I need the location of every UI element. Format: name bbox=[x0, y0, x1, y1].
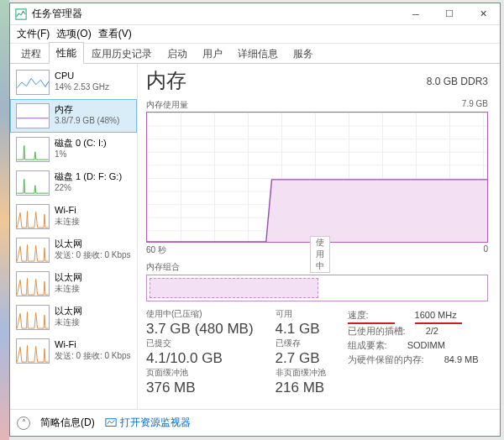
sidebar-item-title: Wi-Fi bbox=[55, 338, 131, 350]
tab-performance[interactable]: 性能 bbox=[49, 42, 84, 64]
menu-options[interactable]: 选项(O) bbox=[55, 27, 92, 41]
page-title: 内存 bbox=[146, 67, 186, 94]
sidebar-item-sub: 1% bbox=[55, 149, 107, 160]
sidebar-item-title: CPU bbox=[55, 70, 109, 81]
stat-label: 速度: bbox=[348, 308, 395, 324]
capacity-label: 8.0 GB DDR3 bbox=[427, 76, 488, 87]
axis-marker: 使用中 bbox=[310, 236, 330, 273]
sidebar-item-sub: 未连接 bbox=[55, 283, 82, 294]
stat-value: 2.7 GB bbox=[276, 350, 326, 367]
tab-users[interactable]: 用户 bbox=[195, 43, 230, 64]
sidebar-thumb-icon bbox=[16, 103, 50, 128]
svg-marker-1 bbox=[147, 180, 487, 242]
sidebar-item-sub: 22% bbox=[55, 182, 122, 193]
window-title: 任务管理器 bbox=[32, 7, 82, 21]
sidebar-item-sub: 未连接 bbox=[55, 216, 80, 227]
stats-grid: 使用中(已压缩)3.7 GB (480 MB)已提交4.1/10.0 GB页面缓… bbox=[146, 308, 488, 396]
stat-label: 已提交 bbox=[146, 338, 254, 349]
minimize-button[interactable]: ─ bbox=[399, 3, 433, 25]
stat-value: 376 MB bbox=[146, 380, 254, 396]
memory-usage-chart bbox=[146, 112, 488, 243]
stat-value: 4.1 GB bbox=[276, 321, 326, 338]
close-button[interactable]: ✕ bbox=[466, 3, 500, 25]
chevron-up-icon[interactable]: ˄ bbox=[17, 416, 30, 430]
sidebar-item-1[interactable]: 内存3.8/7.9 GB (48%) bbox=[10, 99, 137, 133]
sidebar-thumb-icon bbox=[16, 70, 50, 95]
stat-label: 已使用的插槽: bbox=[348, 324, 406, 338]
axis-right: 0 bbox=[483, 244, 488, 256]
stat-label: 为硬件保留的内存: bbox=[348, 353, 424, 367]
sidebar-item-title: 以太网 bbox=[55, 271, 82, 283]
stat-label: 非页面缓冲池 bbox=[276, 367, 326, 379]
sidebar-thumb-icon bbox=[16, 204, 50, 229]
sidebar-item-title: 以太网 bbox=[55, 238, 131, 249]
monitor-icon bbox=[105, 417, 117, 429]
open-resource-monitor-link[interactable]: 打开资源监视器 bbox=[105, 416, 191, 430]
stat-row: 组成要素:SODIMM bbox=[348, 338, 488, 353]
tab-processes[interactable]: 进程 bbox=[13, 43, 49, 64]
stat-label: 页面缓冲池 bbox=[146, 367, 254, 379]
stat-value: 3.7 GB (480 MB) bbox=[146, 321, 254, 338]
sidebar: CPU14% 2.53 GHz内存3.8/7.9 GB (48%)磁盘 0 (C… bbox=[10, 64, 138, 409]
stat-value: 1600 MHz bbox=[415, 308, 462, 324]
sidebar-item-title: 磁盘 1 (D: F: G:) bbox=[55, 170, 122, 182]
stat-value: SODIMM bbox=[407, 338, 445, 353]
stat-label: 使用中(已压缩) bbox=[146, 308, 254, 320]
sidebar-thumb-icon bbox=[16, 238, 50, 263]
maximize-button[interactable]: ☐ bbox=[433, 3, 466, 25]
sidebar-item-sub: 发送: 0 接收: 0 Kbps bbox=[55, 350, 131, 361]
sidebar-item-title: 内存 bbox=[55, 103, 119, 115]
stat-label: 组成要素: bbox=[348, 338, 387, 353]
stat-value: 4.1/10.0 GB bbox=[146, 350, 254, 367]
tab-details[interactable]: 详细信息 bbox=[230, 43, 286, 64]
sidebar-item-title: 以太网 bbox=[55, 305, 82, 317]
brief-info-button[interactable]: 简略信息(D) bbox=[40, 416, 95, 430]
menu-file[interactable]: 文件(F) bbox=[15, 27, 51, 41]
sidebar-item-sub: 发送: 0 接收: 0 Kbps bbox=[55, 249, 131, 260]
desktop-left-strip bbox=[0, 0, 9, 440]
app-icon bbox=[15, 8, 27, 20]
sidebar-thumb-icon bbox=[16, 137, 50, 162]
tabstrip: 进程 性能 应用历史记录 启动 用户 详细信息 服务 bbox=[10, 44, 500, 64]
sidebar-thumb-icon bbox=[16, 271, 50, 296]
task-manager-window: 任务管理器 ─ ☐ ✕ 文件(F) 选项(O) 查看(V) 进程 性能 应用历史… bbox=[9, 3, 501, 437]
stat-row: 速度:1600 MHz bbox=[348, 308, 488, 324]
sidebar-item-sub: 14% 2.53 GHz bbox=[55, 81, 109, 92]
tab-apphistory[interactable]: 应用历史记录 bbox=[84, 43, 160, 64]
sidebar-thumb-icon bbox=[16, 305, 50, 330]
axis-left: 60 秒 bbox=[146, 244, 166, 256]
sidebar-item-6[interactable]: 以太网未连接 bbox=[10, 267, 137, 301]
menubar: 文件(F) 选项(O) 查看(V) bbox=[10, 25, 500, 44]
sidebar-item-title: Wi-Fi bbox=[55, 204, 80, 216]
sidebar-item-2[interactable]: 磁盘 0 (C: I:)1% bbox=[10, 133, 137, 166]
chart-label: 内存使用量 bbox=[146, 99, 188, 111]
sidebar-item-7[interactable]: 以太网未连接 bbox=[10, 301, 137, 334]
sidebar-item-5[interactable]: 以太网发送: 0 接收: 0 Kbps bbox=[10, 233, 137, 267]
stat-row: 已使用的插槽:2/2 bbox=[348, 324, 488, 338]
footer: ˄ 简略信息(D) 打开资源监视器 bbox=[10, 409, 500, 436]
stat-value: 84.9 MB bbox=[444, 353, 479, 367]
sidebar-item-sub: 未连接 bbox=[55, 317, 82, 327]
menu-view[interactable]: 查看(V) bbox=[97, 27, 134, 41]
titlebar[interactable]: 任务管理器 ─ ☐ ✕ bbox=[10, 3, 500, 25]
sidebar-item-3[interactable]: 磁盘 1 (D: F: G:)22% bbox=[10, 166, 137, 200]
tab-services[interactable]: 服务 bbox=[286, 43, 321, 64]
main-panel: 内存 8.0 GB DDR3 内存使用量 7.9 GB 60 秒 使用中 0 内… bbox=[138, 64, 500, 409]
sidebar-thumb-icon bbox=[16, 338, 50, 364]
sidebar-thumb-icon bbox=[16, 170, 50, 196]
sidebar-item-4[interactable]: Wi-Fi未连接 bbox=[10, 200, 137, 233]
sidebar-item-8[interactable]: Wi-Fi发送: 0 接收: 0 Kbps bbox=[10, 334, 137, 368]
stat-value: 216 MB bbox=[276, 380, 326, 396]
stat-row: 为硬件保留的内存:84.9 MB bbox=[348, 353, 488, 367]
chart-max: 7.9 GB bbox=[462, 99, 488, 111]
sidebar-item-0[interactable]: CPU14% 2.53 GHz bbox=[10, 65, 137, 99]
tab-startup[interactable]: 启动 bbox=[160, 43, 195, 64]
stat-value: 2/2 bbox=[426, 324, 438, 338]
sidebar-item-title: 磁盘 0 (C: I:) bbox=[55, 137, 107, 149]
memory-composition bbox=[146, 275, 488, 301]
sidebar-item-sub: 3.8/7.9 GB (48%) bbox=[55, 115, 119, 126]
stat-label: 已缓存 bbox=[276, 338, 326, 349]
stat-label: 可用 bbox=[276, 308, 326, 320]
